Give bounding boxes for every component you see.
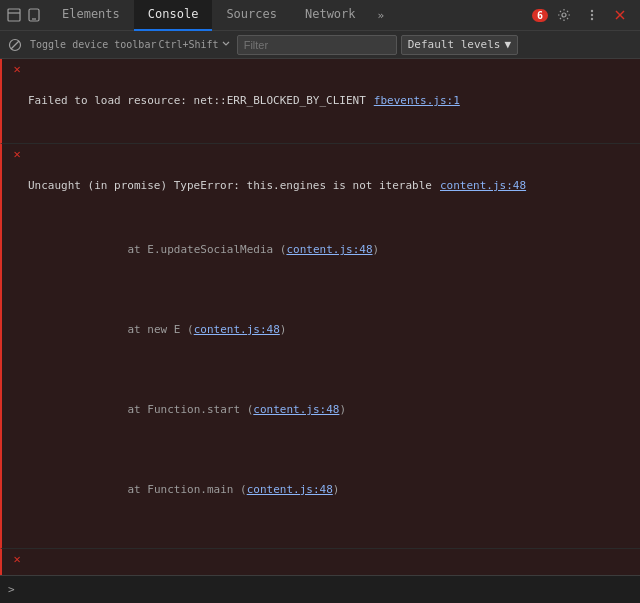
log-content: Uncaught (in promise) TypeError: this.en…	[28, 146, 640, 546]
console-prompt: >	[8, 583, 15, 596]
svg-rect-0	[8, 9, 20, 21]
console-toolbar: Toggle device toolbar Ctrl+Shift Default…	[0, 31, 640, 59]
svg-point-6	[591, 14, 593, 16]
log-content: Failed to load resource: the server resp…	[28, 551, 640, 575]
svg-line-11	[11, 41, 19, 49]
svg-point-4	[562, 13, 566, 17]
tab-elements[interactable]: Elements	[48, 0, 134, 31]
log-source-link[interactable]: content.js:48	[440, 178, 526, 194]
stack-trace: at Function.main (content.js:48)	[28, 466, 640, 514]
toggle-label: Toggle device toolbar	[30, 39, 156, 50]
stack-trace: at E.updateSocialMedia (content.js:48)	[28, 226, 640, 274]
settings-icon[interactable]	[552, 3, 576, 27]
svg-point-5	[591, 10, 593, 12]
console-output[interactable]: ✕ Failed to load resource: net::ERR_BLOC…	[0, 59, 640, 575]
error-count-badge: 6	[532, 9, 548, 22]
filter-input[interactable]	[237, 35, 397, 55]
error-icon: ✕	[10, 61, 24, 77]
stack-trace: at new E (content.js:48)	[28, 306, 640, 354]
console-input[interactable]	[21, 583, 632, 596]
svg-point-7	[591, 18, 593, 20]
log-content: Failed to load resource: net::ERR_BLOCKE…	[28, 61, 640, 141]
shortcut-label: Ctrl+Shift	[158, 39, 218, 50]
tab-bar-left-icons	[0, 7, 48, 23]
log-source-link[interactable]: fbevents.js:1	[374, 93, 460, 109]
tab-bar-right: 6	[532, 3, 640, 27]
more-options-icon[interactable]	[580, 3, 604, 27]
log-entry: ✕ Failed to load resource: net::ERR_BLOC…	[0, 59, 640, 144]
console-input-row: >	[0, 575, 640, 603]
tab-console[interactable]: Console	[134, 0, 213, 31]
tab-bar: Elements Console Sources Network » 6	[0, 0, 640, 31]
log-entry: ✕ Uncaught (in promise) TypeError: this.…	[0, 144, 640, 549]
close-devtools-icon[interactable]	[608, 3, 632, 27]
default-levels-dropdown[interactable]: Default levels ▼	[401, 35, 518, 55]
inspect-icon[interactable]	[6, 7, 22, 23]
tab-sources[interactable]: Sources	[212, 0, 291, 31]
error-icon: ✕	[10, 146, 24, 162]
error-icon: ✕	[10, 551, 24, 567]
stack-trace: at Function.start (content.js:48)	[28, 386, 640, 434]
clear-console-icon[interactable]	[6, 36, 24, 54]
mobile-icon[interactable]	[26, 7, 42, 23]
more-tabs-button[interactable]: »	[370, 0, 393, 31]
tab-network[interactable]: Network	[291, 0, 370, 31]
toggle-device-icon[interactable]: Toggle device toolbar Ctrl+Shift	[28, 36, 233, 54]
log-entry: ✕ Failed to load resource: the server re…	[0, 549, 640, 575]
